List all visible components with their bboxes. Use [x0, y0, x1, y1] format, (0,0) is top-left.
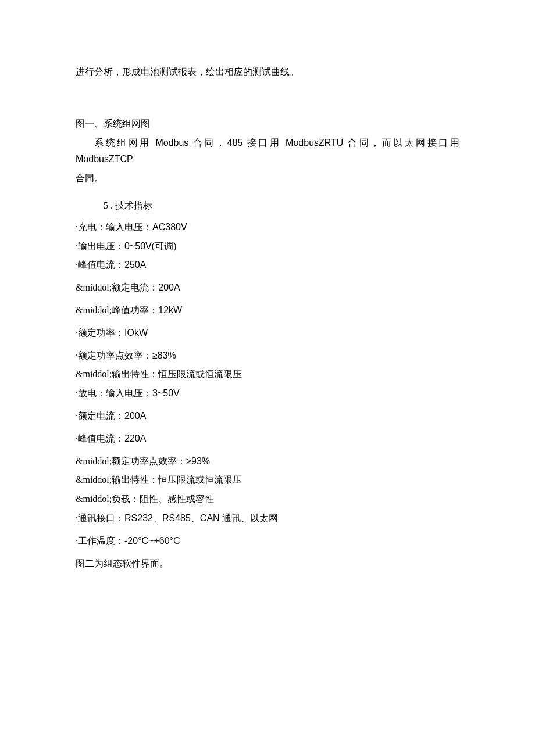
label: ·额定功率点效率： — [76, 350, 152, 360]
network-description-end: 合同。 — [76, 170, 459, 187]
spec-peak-power: &middol;峰值功率：12kW — [76, 302, 459, 319]
modbus-tcp-text: ModbusZTCP — [76, 154, 133, 164]
spec-output-voltage: ·输出电压：0~50V(可调) — [76, 238, 459, 255]
label: ·峰值电流： — [76, 433, 124, 443]
spec-charge-input-voltage: ·充电：输入电压：AC380V — [76, 219, 459, 236]
spec-peak-current: ·峰值电流：250A — [76, 257, 459, 274]
suffix: 通讯、以太网 — [220, 513, 278, 523]
spec-discharge-input-voltage: ·放电：输入电压：3~50V — [76, 385, 459, 402]
label: ·充电：输入电压： — [76, 222, 152, 232]
label: &middol;输出特性：恒压限流或恒流限压 — [76, 369, 242, 379]
label: ·输出电压： — [76, 241, 124, 251]
value: 200A — [158, 282, 180, 292]
modbus-text: Modbus — [155, 138, 188, 148]
value: AC380V — [152, 222, 187, 232]
value: RS232、RS485、CAN — [124, 513, 220, 523]
value: 0~50V — [124, 241, 152, 251]
spec-load: &middol;负载：阻性、感性或容性 — [76, 491, 459, 508]
value: IOkW — [124, 328, 148, 338]
label: &middol;峰值功率： — [76, 305, 158, 315]
spec-comm-interface: ·通讯接口：RS232、RS485、CAN 通讯、以太网 — [76, 510, 459, 527]
spec-rated-power: ·额定功率：IOkW — [76, 325, 459, 342]
value: 12kW — [158, 305, 182, 315]
section-5-heading: 5 . 技术指标 — [104, 198, 459, 214]
value: 250A — [124, 260, 146, 270]
value: -20°C~+60°C — [124, 536, 180, 546]
label: ·放电：输入电压： — [76, 388, 152, 398]
spec-rated-efficiency: ·额定功率点效率：≥83% — [76, 347, 459, 364]
text: 合同，而以太网接口用 — [343, 138, 459, 148]
label: &middol;输出特性：恒压限流或恒流限压 — [76, 475, 242, 485]
label: ·工作温度： — [76, 536, 124, 546]
label: &middol;额定功率点效率： — [76, 456, 186, 466]
spec-discharge-output-characteristic: &middol;输出特性：恒压限流或恒流限压 — [76, 472, 459, 489]
value: 200A — [124, 411, 146, 421]
text: 合同， — [188, 138, 227, 148]
spacer — [76, 98, 459, 116]
intro-paragraph: 进行分析，形成电池测试报表，绘出相应的测试曲线。 — [76, 64, 459, 81]
figure2-caption: 图二为组态软件界面。 — [76, 556, 459, 572]
value: ≥93% — [186, 456, 210, 466]
spec-output-characteristic: &middol;输出特性：恒压限流或恒流限压 — [76, 366, 459, 383]
label: ·通讯接口： — [76, 513, 124, 523]
label: ·峰值电流： — [76, 260, 124, 270]
network-description: 系统组网用 Modbus 合同，485 接口用 ModbusZRTU 合同，而以… — [76, 135, 459, 169]
rs485-text: 485 — [227, 138, 243, 148]
modbus-rtu-text: ModbusZRTU — [286, 138, 343, 148]
spec-discharge-efficiency: &middol;额定功率点效率：≥93% — [76, 453, 459, 470]
spec-discharge-rated-current: ·额定电流：200A — [76, 408, 459, 425]
value: 3~50V — [152, 388, 180, 398]
text: 接口用 — [242, 138, 286, 148]
text: 系统组网用 — [94, 138, 155, 148]
label: &middol;负载：阻性、感性或容性 — [76, 494, 214, 504]
spec-operating-temperature: ·工作温度：-20°C~+60°C — [76, 533, 459, 550]
label: &middol;额定电流： — [76, 282, 158, 292]
label: ·额定电流： — [76, 411, 124, 421]
suffix: (可调) — [152, 241, 177, 251]
label: ·额定功率： — [76, 328, 124, 338]
value: 220A — [124, 433, 146, 443]
spec-discharge-peak-current: ·峰值电流：220A — [76, 431, 459, 447]
value: ≥83% — [152, 350, 176, 360]
figure1-caption: 图一、系统组网图 — [76, 116, 459, 132]
spec-rated-current: &middol;额定电流：200A — [76, 280, 459, 296]
